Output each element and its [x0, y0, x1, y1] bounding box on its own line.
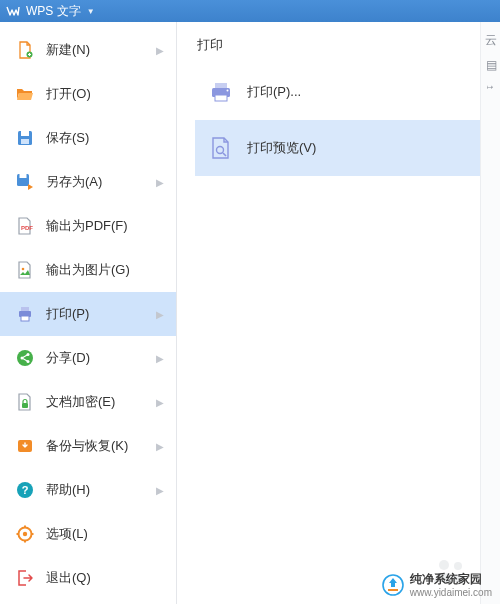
menu-item-help[interactable]: ? 帮助(H) ▶: [0, 468, 176, 512]
new-file-icon: [16, 41, 34, 59]
encrypt-icon: [16, 393, 34, 411]
svg-rect-10: [21, 316, 29, 321]
submenu-label: 打印(P)...: [247, 83, 301, 101]
svg-point-11: [17, 350, 33, 366]
title-dropdown-icon[interactable]: ▼: [87, 7, 95, 16]
submenu-item-print[interactable]: 打印(P)...: [195, 64, 500, 120]
svg-rect-3: [21, 139, 29, 144]
open-folder-icon: [16, 85, 34, 103]
submenu-item-print-preview[interactable]: 打印预览(V): [195, 120, 500, 176]
chevron-right-icon: ▶: [156, 45, 164, 56]
exit-icon: [16, 569, 34, 587]
wps-logo-icon: [6, 4, 20, 18]
svg-rect-5: [20, 174, 27, 178]
menu-label: 打印(P): [46, 305, 156, 323]
export-image-icon: [16, 261, 34, 279]
menu-label: 备份与恢复(K): [46, 437, 156, 455]
menu-label: 输出为图片(G): [46, 261, 164, 279]
menu-item-exit[interactable]: 退出(Q): [0, 556, 176, 600]
menu-item-encrypt[interactable]: 文档加密(E) ▶: [0, 380, 176, 424]
save-as-icon: [16, 173, 34, 191]
right-strip-char[interactable]: ↕: [487, 84, 497, 124]
svg-rect-27: [215, 95, 227, 101]
svg-text:PDF: PDF: [21, 225, 33, 231]
menu-item-open[interactable]: 打开(O): [0, 72, 176, 116]
title-bar: WPS 文字 ▼: [0, 0, 500, 22]
menu-label: 帮助(H): [46, 481, 156, 499]
menu-label: 新建(N): [46, 41, 156, 59]
svg-point-31: [439, 560, 449, 570]
menu-label: 退出(Q): [46, 569, 164, 587]
chevron-right-icon: ▶: [156, 441, 164, 452]
svg-rect-26: [215, 83, 227, 88]
print-preview-icon: [209, 136, 233, 160]
svg-point-20: [23, 532, 27, 536]
file-menu-sidebar: 新建(N) ▶ 打开(O) 保存(S) 另存为(A) ▶ PDF: [0, 22, 177, 604]
chevron-right-icon: ▶: [156, 485, 164, 496]
printer-icon: [209, 80, 233, 104]
chevron-right-icon: ▶: [156, 397, 164, 408]
right-strip-char[interactable]: ▤: [486, 58, 497, 72]
menu-item-options[interactable]: 选项(L): [0, 512, 176, 556]
print-icon: [16, 305, 34, 323]
submenu-panel: 打印 打印(P)... 打印预览(V) 云 ▤ ↕: [177, 22, 500, 604]
file-menu-panel: 新建(N) ▶ 打开(O) 保存(S) 另存为(A) ▶ PDF: [0, 22, 500, 604]
help-icon: ?: [16, 481, 34, 499]
svg-point-29: [217, 147, 224, 154]
menu-label: 选项(L): [46, 525, 164, 543]
right-strip-char[interactable]: 云: [485, 32, 497, 49]
ribbon-right-strip: 云 ▤ ↕: [480, 22, 500, 604]
menu-item-save-as[interactable]: 另存为(A) ▶: [0, 160, 176, 204]
menu-label: 保存(S): [46, 129, 164, 147]
menu-item-save[interactable]: 保存(S): [0, 116, 176, 160]
menu-label: 分享(D): [46, 349, 156, 367]
svg-point-7: [22, 268, 25, 271]
export-pdf-icon: PDF: [16, 217, 34, 235]
menu-item-export-image[interactable]: 输出为图片(G): [0, 248, 176, 292]
menu-item-export-pdf[interactable]: PDF 输出为PDF(F): [0, 204, 176, 248]
chevron-right-icon: ▶: [156, 353, 164, 364]
chevron-right-icon: ▶: [156, 177, 164, 188]
menu-label: 文档加密(E): [46, 393, 156, 411]
menu-item-share[interactable]: 分享(D) ▶: [0, 336, 176, 380]
backup-icon: [16, 437, 34, 455]
menu-label: 打开(O): [46, 85, 164, 103]
menu-label: 输出为PDF(F): [46, 217, 164, 235]
svg-text:?: ?: [22, 484, 29, 496]
submenu-label: 打印预览(V): [247, 139, 316, 157]
svg-point-28: [227, 90, 229, 92]
panel-title: 打印: [195, 36, 500, 54]
svg-point-33: [383, 575, 403, 595]
menu-item-new[interactable]: 新建(N) ▶: [0, 28, 176, 72]
options-icon: [16, 525, 34, 543]
save-icon: [16, 129, 34, 147]
svg-rect-2: [21, 131, 29, 136]
share-icon: [16, 349, 34, 367]
svg-point-32: [454, 562, 462, 570]
menu-item-print[interactable]: 打印(P) ▶: [0, 292, 176, 336]
chevron-right-icon: ▶: [156, 309, 164, 320]
svg-line-30: [223, 153, 226, 156]
svg-rect-9: [21, 307, 29, 311]
app-title: WPS 文字: [26, 3, 81, 20]
menu-item-backup[interactable]: 备份与恢复(K) ▶: [0, 424, 176, 468]
menu-label: 另存为(A): [46, 173, 156, 191]
ghost-avatar-icon: [430, 556, 470, 584]
watermark-logo-icon: [382, 574, 404, 596]
svg-rect-15: [22, 403, 28, 408]
